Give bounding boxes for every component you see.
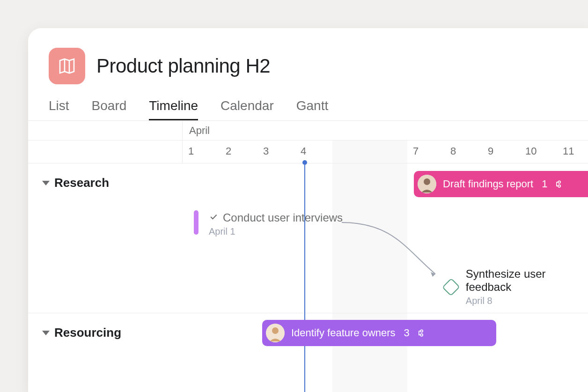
milestone-date: April 8	[466, 296, 588, 306]
task-bar-identify-owners[interactable]: Identify feature owners 3	[262, 320, 496, 346]
project-header: Product planning H2	[28, 28, 588, 84]
avatar-icon	[266, 324, 285, 342]
task-title: Identify feature owners	[291, 327, 396, 339]
day-header: 11	[557, 141, 588, 163]
tab-gantt[interactable]: Gantt	[296, 98, 328, 120]
timeline-sidebar-spacer	[28, 121, 183, 140]
task-title: Conduct user interviews	[223, 211, 343, 224]
subtask-icon	[554, 179, 563, 189]
tab-list[interactable]: List	[49, 98, 69, 120]
milestone-title: Synthesize user feedback	[466, 267, 588, 294]
milestone-text: Synthesize user feedback April 8	[466, 267, 588, 306]
check-icon	[209, 211, 218, 224]
project-title: Product planning H2	[96, 55, 270, 77]
section-title: Research	[54, 176, 109, 190]
svg-point-3	[272, 327, 279, 334]
milestone-diamond-icon	[442, 278, 460, 296]
section-title: Resourcing	[54, 325, 121, 340]
timeline-area: April 1 2 3 4 5 6 7 8 9 10 11 12	[28, 120, 588, 392]
project-window: Product planning H2 List Board Timeline …	[28, 28, 588, 392]
day-header: 8	[445, 141, 482, 163]
view-tabs: List Board Timeline Calendar Gantt	[28, 84, 588, 120]
section-header-resourcing[interactable]: Resourcing	[28, 313, 183, 349]
caret-down-icon	[42, 181, 50, 185]
day-header: 4	[295, 141, 332, 163]
assignee-avatar	[266, 324, 285, 342]
assignee-avatar	[418, 175, 436, 193]
day-header: 9	[482, 141, 520, 163]
project-icon	[49, 48, 85, 84]
task-title: Draft findings report	[443, 178, 533, 190]
svg-point-1	[424, 178, 430, 185]
task-completed-conduct-interviews[interactable]: Conduct user interviews April 1	[194, 210, 343, 235]
dependency-arrow	[337, 218, 449, 288]
subtask-icon	[416, 328, 426, 338]
task-date: April 1	[209, 226, 343, 237]
milestone-synthesize-feedback[interactable]: Synthesize user feedback April 8	[445, 267, 588, 306]
tab-timeline[interactable]: Timeline	[149, 98, 198, 120]
day-header: 2	[220, 141, 257, 163]
day-header: 10	[520, 141, 557, 163]
task-bar-draft-findings[interactable]: Draft findings report 1	[414, 171, 588, 197]
day-header: 1	[183, 141, 220, 163]
map-icon	[58, 57, 76, 75]
section-resourcing: Resourcing Identify feature owners 3	[28, 313, 588, 388]
tab-calendar[interactable]: Calendar	[220, 98, 274, 120]
task-pill	[194, 210, 198, 235]
section-header-research[interactable]: Research	[28, 163, 183, 200]
task-text: Conduct user interviews April 1	[209, 210, 343, 237]
avatar-icon	[418, 175, 436, 193]
tab-board[interactable]: Board	[92, 98, 127, 120]
day-header: 7	[407, 141, 445, 163]
today-indicator-dot	[302, 160, 307, 165]
timeline-days-row: 1 2 3 4 5 6 7 8 9 10 11 12	[28, 141, 588, 163]
day-header: 3	[257, 141, 295, 163]
timeline-month-label: April	[183, 121, 210, 140]
section-research: Research Draft findings report 1	[28, 163, 588, 313]
timeline-sidebar-spacer-2	[28, 141, 183, 163]
today-indicator	[304, 162, 305, 392]
caret-down-icon	[42, 331, 50, 335]
subtask-count: 1	[542, 178, 547, 190]
timeline-month-row: April	[28, 121, 588, 141]
subtask-count: 3	[404, 327, 410, 339]
